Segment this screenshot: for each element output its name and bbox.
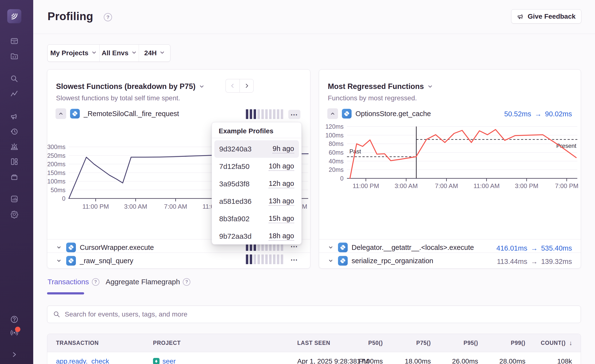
sidebar [0, 0, 33, 364]
table-header-row: TRANSACTION PROJECT LAST SEEN P50() P75(… [47, 334, 581, 352]
profile-item[interactable]: 9b72aa3d 18h ago [214, 228, 299, 245]
function-row[interactable]: _RemoteSiloCall._fire_request ⋯ [47, 108, 310, 120]
regression-values[interactable]: 416.01ms → 535.40ms [496, 244, 572, 252]
environment-filter[interactable]: All Envs [99, 45, 139, 62]
column-header-p99[interactable]: P99() [511, 334, 525, 352]
table-row[interactable]: app.ready._check seer Apr 1, 2025 9:28:3… [47, 352, 581, 364]
sidebar-item-releases[interactable] [10, 173, 18, 181]
function-name: Delegator.__getattr__.<locals>.execute [352, 244, 474, 252]
sidebar-item-search[interactable] [10, 75, 18, 83]
svg-text:120ms: 120ms [325, 123, 344, 130]
most-regressed-title: Most Regressed Functions [328, 82, 424, 91]
arrow-right-icon: → [531, 258, 538, 266]
most-regressed-title-dropdown[interactable]: Most Regressed Functions [328, 82, 433, 91]
profile-age-link[interactable]: 10h ago [269, 162, 294, 171]
chevron-down-icon [199, 84, 205, 89]
sidebar-item-stats[interactable] [10, 195, 18, 203]
sidebar-item-help[interactable] [10, 315, 18, 324]
profile-age-link[interactable]: 13h ago [269, 197, 294, 206]
pager-next-button[interactable] [240, 79, 254, 93]
sidebar-item-insights[interactable] [10, 90, 18, 98]
expand-function-button[interactable] [327, 244, 334, 251]
date-range-filter[interactable]: 24H [139, 45, 170, 62]
profile-age-link[interactable]: 12h ago [269, 180, 294, 188]
profiling-page: Profiling ? Give Feedback My Projects Al… [0, 0, 595, 364]
transaction-link[interactable]: app.ready._check [56, 352, 109, 364]
flamegraph-help-icon[interactable]: ? [183, 278, 190, 286]
project-cell[interactable]: seer [153, 352, 176, 364]
function-menu-button[interactable]: ⋯ [288, 255, 300, 264]
profile-id: 8b3fa902 [219, 215, 249, 223]
expand-function-button[interactable] [56, 257, 62, 264]
project-filter[interactable]: My Projects [48, 45, 99, 62]
function-menu-button[interactable]: ⋯ [288, 110, 300, 119]
profile-item[interactable]: a581ed36 13h ago [214, 193, 299, 210]
regression-values[interactable]: 113.44ms → 139.32ms [497, 258, 572, 266]
sidebar-expand-button[interactable] [10, 350, 18, 359]
function-name: _RemoteSiloCall._fire_request [84, 110, 179, 118]
profile-age-link[interactable]: 15h ago [269, 214, 294, 223]
search-icon [53, 311, 60, 318]
svg-text:150ms: 150ms [47, 169, 65, 176]
sidebar-item-settings[interactable] [10, 210, 18, 218]
before-value: 416.01ms [496, 244, 527, 252]
python-platform-icon [338, 256, 348, 266]
expand-function-button[interactable] [56, 244, 62, 251]
column-header-project[interactable]: PROJECT [153, 334, 181, 352]
profile-id: 3a95d3f8 [219, 180, 249, 188]
date-range-label: 24H [144, 49, 157, 57]
svg-text:7:00 AM: 7:00 AM [435, 182, 458, 190]
tab-transactions[interactable]: Transactions ? [48, 278, 99, 286]
function-row[interactable]: _raw_snql_query ⋯ [47, 253, 310, 266]
give-feedback-button[interactable]: Give Feedback [511, 9, 581, 24]
filter-bar: My Projects All Envs 24H [47, 44, 170, 62]
column-header-transaction[interactable]: TRANSACTION [56, 334, 99, 352]
sidebar-item-replays[interactable] [10, 127, 18, 136]
example-profiles-dropdown: Example Profiles 9d3240a3 9h ago 7d12fa5… [212, 122, 302, 245]
column-header-p75[interactable]: P75() [416, 334, 431, 352]
regression-chart[interactable]: 020ms40ms60ms80ms100ms120ms11:00 PM3:00 … [319, 117, 581, 199]
p99-cell: 28.00ms [499, 352, 525, 364]
profile-item[interactable]: 3a95d3f8 12h ago [214, 175, 299, 193]
collapse-function-button[interactable] [56, 108, 66, 119]
profile-age-link[interactable]: 18h ago [269, 232, 294, 241]
p75-cell: 18.00ms [405, 352, 431, 364]
sidebar-item-alerts[interactable] [10, 142, 18, 151]
search-bar[interactable] [47, 306, 581, 323]
profile-item[interactable]: 7d12fa50 10h ago [214, 158, 299, 175]
sentry-logo[interactable] [7, 9, 21, 23]
pager-prev-button[interactable] [225, 79, 240, 93]
profile-age-link[interactable]: 9h ago [273, 145, 294, 153]
sidebar-item-explore[interactable] [10, 52, 18, 60]
before-value: 113.44ms [497, 258, 527, 266]
transactions-help-icon[interactable]: ? [92, 278, 99, 286]
sidebar-item-issues[interactable] [10, 37, 18, 45]
slowest-functions-title-dropdown[interactable]: Slowest Functions (breakdown by P75) [56, 82, 205, 91]
column-header-last-seen[interactable]: LAST SEEN [297, 334, 330, 352]
search-input[interactable] [65, 310, 581, 318]
slowest-functions-title: Slowest Functions (breakdown by P75) [56, 82, 195, 91]
regressed-function-row[interactable]: serialize_rpc_organization 113.44ms → 13… [319, 253, 581, 266]
profile-item[interactable]: 9d3240a3 9h ago [214, 140, 299, 158]
most-regressed-panel: Most Regressed Functions Functions by mo… [319, 69, 581, 269]
regressed-function-row[interactable]: Delegator.__getattr__.<locals>.execute 4… [319, 239, 581, 253]
sort-desc-icon[interactable]: ↓ [569, 334, 572, 352]
column-header-count[interactable]: COUNT() [541, 334, 566, 352]
sidebar-item-feedback[interactable] [10, 112, 18, 120]
tab-aggregate-flamegraph[interactable]: Aggregate Flamegraph ? [106, 278, 191, 286]
profile-item[interactable]: 8b3fa902 15h ago [214, 210, 299, 228]
sidebar-item-dashboards[interactable] [10, 158, 18, 166]
column-header-p95[interactable]: P95() [464, 334, 478, 352]
function-sparkline [246, 254, 283, 264]
expand-function-button[interactable] [327, 257, 334, 264]
profile-id: a581ed36 [219, 197, 251, 206]
svg-text:11:00 PM: 11:00 PM [353, 182, 379, 190]
profiling-help-icon[interactable]: ? [104, 13, 112, 21]
project-name-link[interactable]: seer [162, 357, 176, 364]
view-tabs: Transactions ? Aggregate Flamegraph ? [48, 278, 190, 286]
megaphone-icon [517, 13, 524, 20]
tab-transactions-label: Transactions [48, 278, 89, 286]
column-header-p50[interactable]: P50() [368, 334, 383, 352]
sidebar-item-whats-new[interactable] [10, 328, 18, 337]
chevron-down-icon [131, 49, 137, 57]
